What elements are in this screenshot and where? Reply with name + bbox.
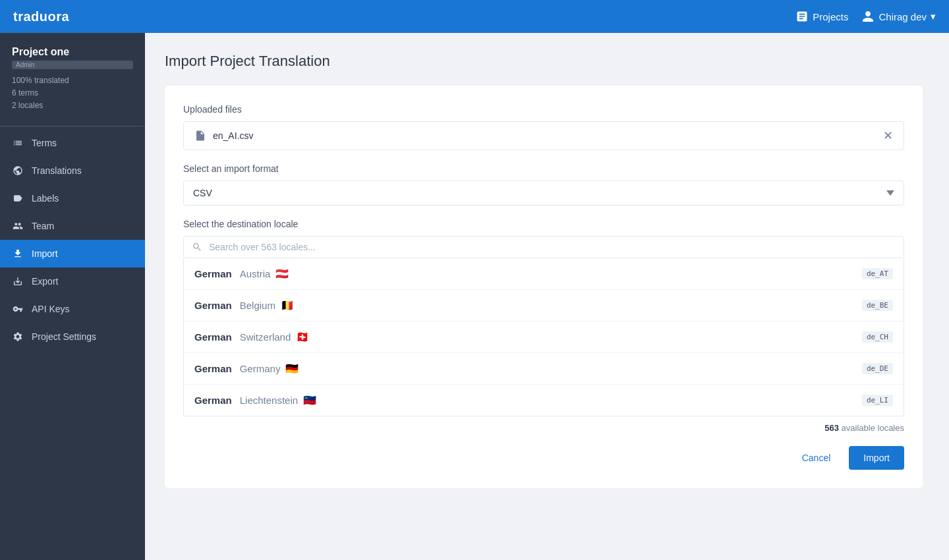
locale-item-left-de-ch: German Switzerland 🇨🇭 bbox=[194, 331, 309, 343]
file-info: en_AI.csv bbox=[194, 130, 253, 142]
uploaded-file-row: en_AI.csv ✕ bbox=[183, 121, 904, 150]
project-name: Project one bbox=[0, 46, 145, 61]
locale-search-box bbox=[183, 236, 904, 258]
file-icon bbox=[194, 130, 206, 142]
locale-item-de-at[interactable]: German Austria 🇦🇹 de_AT bbox=[184, 258, 904, 290]
file-name: en_AI.csv bbox=[213, 130, 253, 141]
settings-icon bbox=[12, 331, 24, 343]
project-stats: 100% translated 6 terms 2 locales bbox=[0, 74, 145, 123]
locale-region-de-li: Liechtenstein bbox=[240, 395, 298, 406]
app-logo: traduora bbox=[13, 9, 69, 24]
locale-label: Select the destination locale bbox=[183, 219, 904, 229]
user-icon bbox=[861, 10, 875, 23]
page-title: Import Project Translation bbox=[165, 53, 929, 70]
locale-item-left-de-be: German Belgium 🇧🇪 bbox=[194, 299, 294, 312]
import-button[interactable]: Import bbox=[849, 446, 904, 470]
format-section: Select an import format CSV JSON YAML PO… bbox=[183, 163, 904, 206]
locale-item-de-de[interactable]: German Germany 🇩🇪 de_DE bbox=[184, 353, 904, 385]
sidebar-item-export[interactable]: Export bbox=[0, 267, 145, 295]
locale-code-de-ch: de_CH bbox=[862, 331, 893, 343]
locale-code-de-de: de_DE bbox=[862, 363, 893, 374]
sidebar-item-export-label: Export bbox=[32, 276, 58, 287]
sidebar-item-translations-label: Translations bbox=[32, 165, 82, 176]
locale-region-de-ch: Switzerland bbox=[240, 331, 291, 343]
label-icon bbox=[12, 192, 24, 204]
sidebar-item-terms-label: Terms bbox=[32, 138, 57, 148]
locale-code-de-at: de_AT bbox=[862, 268, 893, 279]
locale-item-de-ch[interactable]: German Switzerland 🇨🇭 de_CH bbox=[184, 322, 904, 353]
locale-name-de-at: German bbox=[194, 268, 232, 279]
remove-file-button[interactable]: ✕ bbox=[883, 130, 893, 142]
available-count: 563 bbox=[824, 423, 839, 433]
top-header: traduora Projects Chirag dev ▾ bbox=[0, 0, 949, 33]
search-icon bbox=[192, 242, 202, 252]
key-icon bbox=[12, 303, 24, 315]
locale-name-de-ch: German bbox=[194, 331, 232, 343]
locale-list: German Austria 🇦🇹 de_AT German Belgium 🇧… bbox=[183, 258, 904, 416]
available-label: available locales bbox=[842, 423, 904, 433]
locale-item-de-li[interactable]: German Liechtenstein 🇱🇮 de_LI bbox=[184, 385, 904, 416]
sidebar-item-labels-label: Labels bbox=[32, 193, 59, 204]
sidebar-item-import[interactable]: Import bbox=[0, 240, 145, 267]
locale-item-left-de-de: German Germany 🇩🇪 bbox=[194, 362, 299, 375]
projects-nav[interactable]: Projects bbox=[795, 10, 848, 23]
locale-flag-de-ch: 🇨🇭 bbox=[296, 331, 309, 343]
locale-name-de-be: German bbox=[194, 300, 232, 311]
sidebar-item-project-settings[interactable]: Project Settings bbox=[0, 323, 145, 350]
stat-terms: 6 terms bbox=[12, 87, 133, 99]
sidebar-item-labels[interactable]: Labels bbox=[0, 184, 145, 212]
projects-icon bbox=[795, 10, 809, 23]
cancel-button[interactable]: Cancel bbox=[791, 446, 842, 470]
locale-code-de-be: de_BE bbox=[862, 300, 893, 311]
locale-name-de-de: German bbox=[194, 363, 232, 374]
import-icon bbox=[12, 248, 24, 260]
stat-translated: 100% translated bbox=[12, 74, 133, 87]
format-select[interactable]: CSV JSON YAML PO XLIFF bbox=[183, 181, 904, 206]
locale-flag-de-at: 🇦🇹 bbox=[275, 267, 289, 280]
dropdown-arrow: ▾ bbox=[931, 11, 936, 22]
locale-item-left-de-li: German Liechtenstein 🇱🇮 bbox=[194, 394, 316, 406]
globe-icon bbox=[12, 165, 24, 177]
locale-name-de-li: German bbox=[194, 395, 232, 406]
locale-flag-de-li: 🇱🇮 bbox=[303, 394, 316, 406]
card-footer: Cancel Import bbox=[183, 446, 904, 470]
locale-region-de-be: Belgium bbox=[240, 300, 275, 311]
locale-code-de-li: de_LI bbox=[862, 395, 893, 406]
locale-flag-de-be: 🇧🇪 bbox=[281, 299, 294, 312]
locale-item-de-be[interactable]: German Belgium 🇧🇪 de_BE bbox=[184, 290, 904, 322]
user-menu[interactable]: Chirag dev ▾ bbox=[861, 10, 936, 23]
header-right: Projects Chirag dev ▾ bbox=[795, 10, 936, 23]
main-content: Import Project Translation Uploaded file… bbox=[145, 33, 949, 560]
format-label: Select an import format bbox=[183, 163, 904, 174]
people-icon bbox=[12, 220, 24, 232]
sidebar-item-team[interactable]: Team bbox=[0, 212, 145, 240]
available-locales-count: 563 available locales bbox=[183, 423, 904, 433]
list-icon bbox=[12, 137, 24, 149]
sidebar-item-api-keys-label: API Keys bbox=[32, 304, 70, 314]
project-badge: Admin bbox=[12, 61, 133, 69]
sidebar: Project one Admin 100% translated 6 term… bbox=[0, 33, 145, 560]
export-icon bbox=[12, 275, 24, 287]
sidebar-item-import-label: Import bbox=[32, 248, 58, 259]
locale-search-input[interactable] bbox=[209, 242, 896, 252]
import-card: Uploaded files en_AI.csv ✕ Select an imp… bbox=[165, 86, 923, 488]
locale-region-de-de: Germany bbox=[240, 363, 281, 374]
sidebar-item-translations[interactable]: Translations bbox=[0, 157, 145, 184]
locale-region-de-at: Austria bbox=[240, 268, 271, 279]
sidebar-item-team-label: Team bbox=[32, 221, 54, 231]
uploaded-files-label: Uploaded files bbox=[183, 104, 904, 115]
sidebar-item-api-keys[interactable]: API Keys bbox=[0, 295, 145, 323]
locale-item-left-de-at: German Austria 🇦🇹 bbox=[194, 267, 289, 280]
user-label: Chirag dev bbox=[878, 11, 927, 22]
sidebar-item-terms[interactable]: Terms bbox=[0, 129, 145, 157]
locale-section: Select the destination locale German Aus… bbox=[183, 219, 904, 433]
locale-flag-de-de: 🇩🇪 bbox=[285, 362, 299, 375]
stat-locales: 2 locales bbox=[12, 99, 133, 112]
projects-label: Projects bbox=[813, 11, 848, 22]
sidebar-item-project-settings-label: Project Settings bbox=[32, 331, 96, 342]
